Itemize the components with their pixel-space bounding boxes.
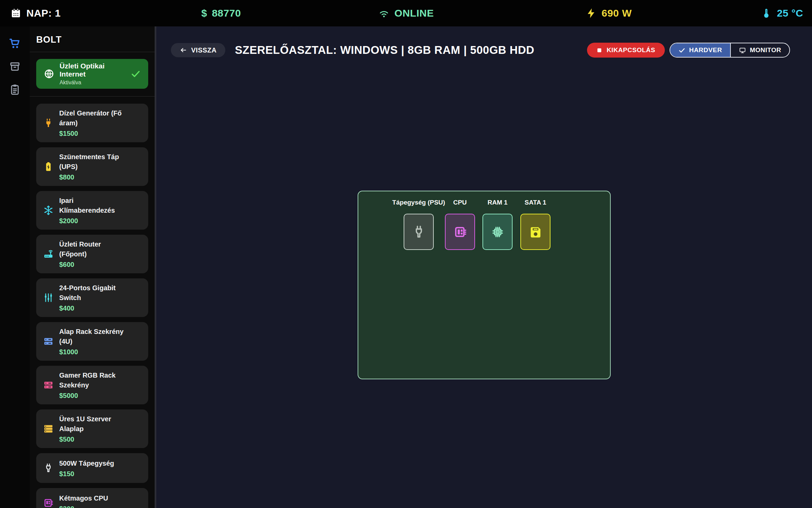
slot-group-sata: SATA 1: [520, 214, 550, 250]
tab-hardver[interactable]: HARDVER: [670, 43, 730, 57]
slot-label: CPU: [453, 199, 467, 206]
shop-item-card[interactable]: 24-Portos Gigabit Switch $400: [36, 278, 148, 317]
item-title: Üzleti Router (Főpont): [59, 239, 129, 259]
globe-icon: [44, 68, 54, 79]
slot-ram[interactable]: [482, 214, 513, 250]
item-title: Alap Rack Szekrény (4U): [59, 327, 129, 346]
item-price: $5000: [59, 392, 129, 400]
rail-cart-button[interactable]: [8, 37, 22, 50]
psu-plug-icon: [411, 225, 426, 239]
rail-archive-button[interactable]: [8, 60, 22, 73]
shop-item-card[interactable]: Dízel Generátor (Fő áram) $1500: [36, 104, 148, 142]
snowflake-icon: [43, 205, 54, 216]
shop-item-card[interactable]: Gamer RGB Rack Szekrény $5000: [36, 366, 148, 404]
item-title: Üres 1U Szerver Alaplap: [59, 414, 129, 434]
shop-item-card[interactable]: Kétmagos CPU $300: [36, 488, 148, 508]
shop-item-card[interactable]: Alap Rack Szekrény (4U) $1000: [36, 322, 148, 361]
day-indicator: NAP: 1: [10, 0, 61, 26]
plug-outline-icon: [43, 463, 54, 473]
add-to-cart-button[interactable]: [129, 248, 141, 260]
add-to-cart-button[interactable]: [129, 497, 141, 508]
cart-add-icon: [129, 204, 141, 216]
item-title: Kétmagos CPU: [59, 493, 129, 503]
slot-sata[interactable]: [520, 214, 550, 250]
item-price: $400: [59, 304, 129, 312]
tab-monitor[interactable]: MONITOR: [730, 43, 789, 57]
item-price: $1000: [59, 348, 129, 356]
arrow-left-icon: [180, 46, 187, 54]
workbench-area: VISSZA SZERELŐASZTAL: WINDOWS | 8GB RAM …: [158, 26, 812, 508]
item-price: $300: [59, 505, 129, 508]
item-text: Üres 1U Szerver Alaplap $500: [59, 414, 129, 443]
rack-icon: [43, 380, 54, 390]
tab-label: MONITOR: [750, 46, 781, 54]
cart-add-icon: [129, 379, 141, 391]
back-button[interactable]: VISSZA: [171, 43, 225, 57]
add-to-cart-button[interactable]: [129, 379, 141, 391]
motherboard-panel: Tápegység (PSU) CPU RAM 1 SATA 1: [358, 191, 611, 379]
item-text: Dízel Generátor (Fő áram) $1500: [59, 108, 129, 137]
power-indicator: 690 W: [585, 0, 632, 26]
slot-label: RAM 1: [488, 199, 508, 206]
dollar-icon: $: [201, 7, 207, 19]
power-off-button[interactable]: KIKAPCSOLÁS: [587, 43, 665, 58]
battery-icon: [43, 161, 54, 172]
item-text: 24-Portos Gigabit Switch $400: [59, 283, 129, 312]
floppy-icon: [528, 225, 543, 239]
add-to-cart-button[interactable]: [129, 335, 141, 347]
rack-icon: [43, 336, 54, 347]
cart-add-icon: [129, 497, 141, 508]
shop-item-card[interactable]: Üres 1U Szerver Alaplap $500: [36, 409, 148, 448]
item-text: 500W Tápegység $150: [59, 459, 129, 478]
item-text: Szünetmentes Táp (UPS) $800: [59, 152, 129, 181]
online-indicator: ONLINE: [378, 0, 434, 26]
shop-item-card[interactable]: Szünetmentes Táp (UPS) $800: [36, 147, 148, 186]
item-price: $1500: [59, 130, 129, 137]
cart-add-icon: [129, 161, 141, 173]
cart-add-icon: [129, 423, 141, 435]
add-to-cart-button[interactable]: [129, 161, 141, 173]
slot-label: Tápegység (PSU): [392, 199, 445, 206]
add-to-cart-button[interactable]: [129, 423, 141, 435]
temperature-indicator: 25 °C: [761, 0, 803, 26]
thermometer-icon: [761, 7, 772, 19]
add-to-cart-button[interactable]: [129, 117, 141, 129]
item-text: Ipari Klímaberendezés $2000: [59, 196, 129, 225]
money-indicator: $ 88770: [201, 0, 241, 26]
cpu-icon: [43, 498, 54, 508]
active-service-card[interactable]: Üzleti Optikai Internet Aktiválva: [36, 59, 148, 89]
shop-item-card[interactable]: Ipari Klímaberendezés $2000: [36, 191, 148, 230]
slot-label: SATA 1: [524, 199, 546, 206]
cart-add-icon: [129, 292, 141, 304]
workbench-header: VISSZA SZERELŐASZTAL: WINDOWS | 8GB RAM …: [171, 42, 790, 58]
item-price: $2000: [59, 217, 129, 225]
item-title: 24-Portos Gigabit Switch: [59, 283, 129, 303]
add-to-cart-button[interactable]: [129, 292, 141, 304]
shop-item-card[interactable]: Üzleti Router (Főpont) $600: [36, 235, 148, 273]
server-icon: [43, 423, 54, 434]
add-to-cart-button[interactable]: [129, 204, 141, 216]
plug-icon: [43, 118, 54, 128]
tab-label: HARDVER: [689, 46, 722, 54]
item-price: $600: [59, 261, 129, 269]
rail-clipboard-button[interactable]: [8, 83, 22, 96]
shop-item-card[interactable]: 500W Tápegység $150: [36, 453, 148, 483]
monitor-icon: [739, 47, 746, 54]
online-label: ONLINE: [394, 7, 434, 19]
item-text: Kétmagos CPU $300: [59, 493, 129, 508]
item-text: Alap Rack Szekrény (4U) $1000: [59, 327, 129, 356]
page-title: SZERELŐASZTAL: WINDOWS | 8GB RAM | 500GB…: [235, 44, 534, 57]
add-to-cart-button[interactable]: [129, 462, 141, 474]
item-title: 500W Tápegység: [59, 459, 129, 468]
service-title: Üzleti Optikai Internet: [60, 62, 131, 78]
cart-icon: [9, 37, 21, 49]
slot-cpu[interactable]: [445, 214, 475, 250]
item-title: Dízel Generátor (Fő áram): [59, 108, 129, 128]
cart-add-icon: [129, 335, 141, 347]
service-text: Üzleti Optikai Internet Aktiválva: [60, 62, 131, 86]
power-value: 690 W: [602, 7, 632, 19]
left-nav-rail: [0, 26, 30, 508]
slot-psu[interactable]: [404, 214, 434, 250]
wifi-icon: [378, 7, 390, 19]
sliders-icon: [43, 292, 54, 303]
